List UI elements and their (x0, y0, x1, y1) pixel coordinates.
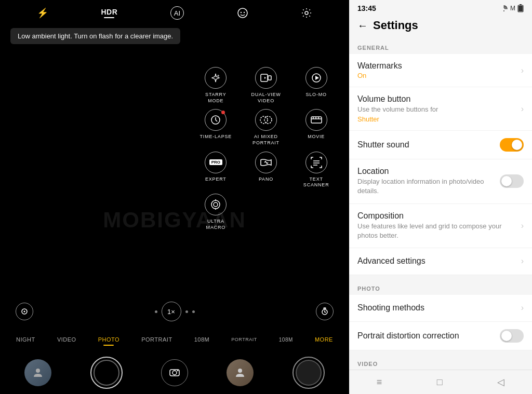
svg-rect-4 (261, 74, 268, 81)
tab-portrait[interactable]: PORTRAIT (140, 334, 173, 345)
settings-status-icon (500, 4, 508, 12)
settings-title: Settings (373, 19, 418, 32)
flash-button[interactable]: ⚡ (37, 7, 48, 19)
svg-point-21 (214, 202, 218, 207)
tab-photo[interactable]: PHOTO (97, 334, 121, 345)
shooting-methods-chevron: › (521, 303, 524, 313)
shutter-outer[interactable] (90, 357, 123, 389)
mode-dual-view[interactable]: DUAL-VIEWVIDEO (244, 67, 289, 104)
location-toggle[interactable] (500, 174, 524, 188)
section-photo-label: PHOTO (349, 279, 532, 295)
svg-rect-36 (518, 6, 523, 11)
watermarks-item[interactable]: Watermarks On › (349, 54, 532, 87)
mode-starry[interactable]: STARRYMODE (193, 67, 238, 104)
mode-timelapse[interactable]: TIME-LAPSE (193, 109, 238, 146)
location-content: Location Display location information in… (357, 167, 500, 196)
zoom-1x-button[interactable]: 1× (162, 302, 181, 321)
volume-button-chevron: › (521, 104, 524, 114)
advanced-settings-content: Advanced settings (357, 256, 517, 266)
mode-expert[interactable]: PRO EXPERT (193, 152, 238, 188)
camera-settings-button[interactable] (301, 7, 312, 19)
composition-chevron: › (521, 221, 524, 230)
svg-point-33 (503, 10, 504, 11)
watermarks-chevron: › (521, 66, 524, 75)
composition-item[interactable]: Composition Use features like level and … (349, 204, 532, 248)
settings-nav-home[interactable]: □ (437, 377, 443, 388)
section-general-label: GENERAL (349, 38, 532, 54)
text-scanner-label: TEXTSCANNER (303, 176, 329, 188)
portrait-distortion-item: Portrait distortion correction (349, 322, 532, 350)
expert-label: EXPERT (205, 176, 227, 183)
camera-top-bar: ⚡ HDR AI (0, 0, 349, 26)
camera-viewfinder: MOBIGYAAN STARRYMODE (0, 46, 349, 394)
ai-mixed-icon (255, 109, 277, 131)
settings-panel: 13:45 M ← Settings GENERAL Wa (349, 0, 532, 394)
svg-point-20 (211, 200, 220, 209)
settings-nav-menu[interactable]: ≡ (377, 377, 382, 388)
svg-marker-8 (315, 76, 319, 80)
thumbnail-2[interactable] (227, 359, 254, 386)
mode-ultra-macro[interactable]: ULTRAMACRO (193, 194, 238, 230)
svg-point-25 (24, 311, 25, 313)
mode-slomo[interactable]: SLO-MO (294, 67, 339, 104)
shutter-sound-knob (512, 140, 522, 150)
watermarks-value: On (357, 72, 517, 79)
settings-nav-back[interactable]: ◁ (497, 376, 504, 388)
svg-point-3 (305, 11, 308, 15)
ambient-warning: Low ambient light. Turn on flash for a c… (10, 28, 180, 44)
movie-label: MOVIE (308, 134, 325, 140)
tab-108m-2[interactable]: 108M (278, 335, 294, 345)
face-detect-button[interactable] (237, 7, 248, 19)
camera-switch-button[interactable] (161, 359, 188, 386)
svg-rect-27 (324, 308, 326, 309)
shooting-methods-item[interactable]: Shooting methods › (349, 295, 532, 322)
settings-nav-bar: ≡ □ ◁ (349, 370, 532, 394)
svg-point-2 (243, 12, 244, 13)
svg-point-0 (238, 8, 247, 18)
status-icons: M (500, 4, 524, 12)
camera-panel: ⚡ HDR AI Low ambient light. Turn on flas… (0, 0, 349, 394)
mode-text-scanner[interactable]: TEXTSCANNER (294, 152, 339, 188)
svg-point-31 (177, 370, 178, 371)
svg-point-11 (264, 116, 272, 124)
tab-portrait-2[interactable]: PORTRAIT (230, 335, 258, 344)
volume-button-content: Volume button Use the volume buttons for… (357, 94, 517, 123)
mode-ai-mixed[interactable]: AI MIXEDPORTRAIT (244, 109, 289, 146)
portrait-distortion-toggle[interactable] (500, 329, 524, 343)
mode-movie[interactable]: MOVIE (294, 109, 339, 146)
ai-button[interactable]: AI (170, 6, 184, 20)
tab-night[interactable]: NIGHT (15, 334, 36, 345)
camera-controls: 1× (0, 302, 349, 321)
focus-button[interactable] (16, 303, 33, 320)
starry-label: STARRYMODE (205, 92, 226, 104)
composition-title: Composition (357, 211, 517, 221)
timer-button[interactable] (316, 303, 334, 320)
starry-icon (205, 67, 227, 89)
slomo-icon (305, 67, 327, 89)
thumbnail-1[interactable] (24, 359, 51, 386)
volume-button-item[interactable]: Volume button Use the volume buttons for… (349, 87, 532, 131)
ultra-macro-label: ULTRAMACRO (206, 219, 226, 230)
settings-content: GENERAL Watermarks On › Volume button Us… (349, 38, 532, 370)
status-time: 13:45 (357, 4, 376, 12)
shutter-2[interactable] (292, 357, 325, 389)
tab-108m[interactable]: 108M (193, 334, 211, 345)
status-bar: 13:45 M (349, 0, 532, 15)
advanced-settings-item[interactable]: Advanced settings › (349, 248, 532, 275)
shooting-methods-title: Shooting methods (357, 303, 517, 313)
svg-point-1 (240, 12, 241, 13)
battery-icon (517, 4, 524, 12)
mode-pano[interactable]: PANO (244, 152, 289, 188)
section-divider-video (349, 350, 532, 355)
shutter-sound-toggle[interactable] (500, 138, 524, 152)
pano-label: PANO (259, 176, 273, 183)
svg-marker-6 (264, 77, 266, 79)
timelapse-icon (205, 109, 227, 131)
hdr-button[interactable]: HDR (101, 8, 117, 18)
tab-video[interactable]: VIDEO (56, 334, 77, 345)
tab-more[interactable]: MORE (314, 334, 334, 345)
camera-nav-bar: ≡ □ ◁ (0, 392, 349, 394)
back-button[interactable]: ← (357, 20, 368, 32)
svg-rect-5 (268, 76, 271, 80)
volume-button-title: Volume button (357, 94, 517, 104)
